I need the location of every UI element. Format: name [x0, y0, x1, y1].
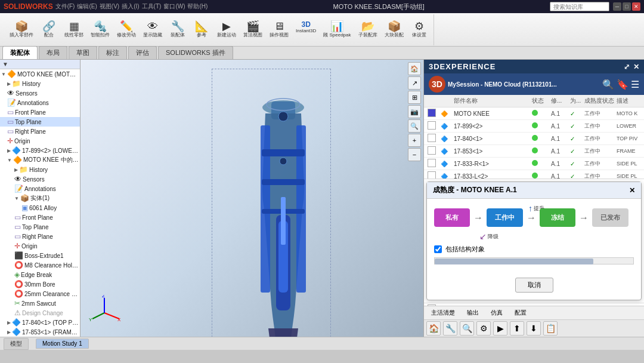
- tree-item-right-plane[interactable]: ▭ Right Plane: [0, 127, 80, 136]
- flow-node-private[interactable]: 私有: [434, 208, 470, 227]
- include-structure-checkbox[interactable]: [434, 245, 442, 253]
- instant3d-button[interactable]: 3D Instant3D: [293, 20, 318, 39]
- tree-item-moto-knee-root[interactable]: ▼ 🔶 MOTO KNEE (MOTO KNE...: [0, 69, 80, 79]
- flow-node-released[interactable]: 已发布: [592, 208, 628, 227]
- tab-solidworks-plugin[interactable]: SOLIDWORKS 插件: [158, 46, 233, 59]
- menu-window[interactable]: 窗口(W): [163, 2, 185, 11]
- tree-item-top-plane2[interactable]: ▭ Top Plane: [0, 222, 80, 232]
- close-button[interactable]: ✕: [632, 2, 640, 11]
- mate-button[interactable]: 🔗 配合: [38, 20, 60, 39]
- tree-item-m8-clearance[interactable]: ⭕ M8 Clearance Hole...: [0, 260, 80, 270]
- reference-button[interactable]: 📐 参考: [191, 20, 212, 39]
- rbt-config[interactable]: 配置: [510, 307, 531, 318]
- search-input[interactable]: [550, 2, 609, 11]
- smart-fasteners-button[interactable]: 🔩 智能扣件: [88, 20, 112, 39]
- zoom-out-button[interactable]: −: [408, 148, 421, 161]
- part-checkbox[interactable]: [428, 109, 436, 117]
- tree-item-25mm-clearance[interactable]: ⭕ 25mm Clearance h...: [0, 289, 80, 299]
- flow-scrollbar[interactable]: [434, 257, 634, 264]
- op-view-button[interactable]: 🖥 操作视图: [267, 20, 291, 39]
- rbt-main[interactable]: 主活清楚: [426, 307, 460, 318]
- home-view-button[interactable]: 🏠: [408, 62, 421, 75]
- part-checkbox[interactable]: [428, 146, 436, 155]
- part-checkbox[interactable]: [428, 134, 436, 142]
- rbt-output[interactable]: 输出: [462, 307, 484, 318]
- bookmark-icon[interactable]: 🔖: [617, 79, 628, 90]
- expand-icon[interactable]: ⤢: [624, 63, 630, 71]
- maturity-close-button[interactable]: ✕: [629, 186, 635, 195]
- clipboard-icon[interactable]: 📋: [543, 321, 558, 336]
- statusbar-tab-model[interactable]: 模型: [4, 338, 29, 350]
- tab-layout[interactable]: 布局: [39, 46, 67, 59]
- sub-assembly-button[interactable]: 📂 子装配库: [356, 20, 380, 39]
- new-motion-button[interactable]: ▶ 新建运动: [215, 20, 239, 39]
- tab-assembly[interactable]: 装配体: [2, 46, 38, 59]
- tree-item-top-plane[interactable]: ▭ Top Plane: [0, 117, 80, 127]
- part-row-17-853[interactable]: 🔷 17-853<1> A.1 ✓ 工作中 FRAME: [424, 145, 644, 158]
- part-row-17-840[interactable]: 🔷 17-840<1> A.1 ✓ 工作中 TOP PIV: [424, 133, 644, 145]
- menu-file[interactable]: 文件(F): [55, 2, 75, 11]
- tree-item-history[interactable]: ▶ 📁 History: [0, 79, 80, 88]
- tree-item-boss-extrude[interactable]: ⬛ Boss-Extrude1: [0, 251, 80, 260]
- part-checkbox[interactable]: [428, 159, 436, 167]
- tree-item-17-853[interactable]: ▶ 🔷 17-853<1> (FRAME A...: [0, 327, 80, 337]
- menu-icon[interactable]: ☰: [631, 79, 639, 90]
- insert-part-button[interactable]: 📦 插入零部件: [7, 20, 36, 39]
- tab-sketch[interactable]: 草图: [69, 46, 97, 59]
- edit-component-button[interactable]: ✏️ 修改劳动: [114, 20, 138, 39]
- tree-item-annotations2[interactable]: 📝 Annotations: [0, 184, 80, 193]
- assembly-button[interactable]: 🔧 装配体: [167, 20, 188, 39]
- part-row-17-833-l[interactable]: 🔷 17-833-L<2> A.1 ✓ 工作中 SIDE PL: [424, 170, 644, 179]
- 3dx-close-icon[interactable]: ✕: [633, 63, 639, 71]
- rotate-view-button[interactable]: ↗: [408, 76, 421, 90]
- play-icon[interactable]: ▶: [493, 321, 507, 336]
- menu-tools[interactable]: 工具(T): [142, 2, 162, 11]
- flow-node-working[interactable]: 工作中: [487, 208, 523, 227]
- maximize-button[interactable]: □: [623, 2, 631, 11]
- wrench-icon[interactable]: 🔧: [443, 321, 457, 336]
- linear-pattern-button[interactable]: ▦ 线性零部: [62, 20, 86, 39]
- camera-button[interactable]: 📷: [408, 105, 421, 118]
- menu-insert[interactable]: 插入(I): [122, 2, 139, 11]
- tree-item-annotations[interactable]: 📝 Annotations: [0, 98, 80, 107]
- algo-view-button[interactable]: 🎬 算法视图: [241, 20, 265, 39]
- search-icon2[interactable]: 🔍: [460, 321, 474, 336]
- tab-evaluate[interactable]: 评估: [128, 46, 157, 59]
- menu-help[interactable]: 帮助(H): [187, 2, 208, 11]
- tree-item-right-plane2[interactable]: ▭ Right Plane: [0, 232, 80, 241]
- tree-item-design-change[interactable]: ⚠ Design Change: [0, 308, 80, 318]
- tree-item-17-840[interactable]: ▶ 🔷 17-840<1> (TOP PIVC...: [0, 318, 80, 327]
- menu-view[interactable]: 视图(V): [100, 2, 119, 11]
- tab-annotation[interactable]: 标注: [98, 46, 127, 59]
- tree-item-edge-break[interactable]: ◈ Edge Break: [0, 270, 80, 279]
- statusbar-tab-motion[interactable]: Motion Study 1: [36, 339, 89, 349]
- tree-item-history2[interactable]: ▶ 📁 History: [0, 165, 80, 174]
- tree-item-2mm-sawcut[interactable]: ✂ 2mm Sawcut: [0, 299, 80, 308]
- tree-item-17-899[interactable]: ▶ 🔷 17-899<2> (LOWER B...: [0, 146, 80, 155]
- show-hide-button[interactable]: 👁 显示隐藏: [141, 20, 165, 39]
- speedpak-button[interactable]: 📊 顾 Speedpak: [321, 20, 353, 39]
- tree-item-front-plane2[interactable]: ▭ Front Plane: [0, 213, 80, 222]
- part-row-moto-knee[interactable]: 🔶 MOTO KNEE A.1 ✓ 工作中 MOTO K: [424, 107, 644, 120]
- gear-icon[interactable]: ⚙: [476, 321, 491, 336]
- view-selector-button[interactable]: ⊞: [408, 91, 421, 104]
- minimize-button[interactable]: ─: [613, 2, 621, 11]
- tree-item-6061-alloy[interactable]: ▣ 6061 Alloy: [0, 203, 80, 213]
- cancel-button[interactable]: 取消: [515, 278, 553, 293]
- tree-item-solid-body[interactable]: ▼ 📦 实体(1): [0, 193, 80, 203]
- body-settings-button[interactable]: ⚙ 体设置: [408, 20, 430, 39]
- menu-edit[interactable]: 编辑(E): [77, 2, 97, 11]
- down-icon[interactable]: ⬇: [527, 321, 541, 336]
- tree-item-30mm-bore[interactable]: ⭕ 30mm Bore: [0, 279, 80, 289]
- part-row-17-899[interactable]: 🔷 17-899<2> A.1 ✓ 工作中 LOWER: [424, 120, 644, 133]
- rbt-simulation[interactable]: 仿真: [486, 307, 507, 318]
- zoom-fit-button[interactable]: 🔍: [408, 119, 421, 133]
- 3d-viewport[interactable]: 🏠 ↗ ⊞ 📷 🔍 + − X Y Z: [80, 60, 423, 337]
- zoom-in-button[interactable]: +: [408, 134, 421, 147]
- up-icon[interactable]: ⬆: [510, 321, 524, 336]
- tree-item-origin2[interactable]: ✛ Origin: [0, 241, 80, 251]
- part-checkbox[interactable]: [428, 171, 436, 179]
- flow-node-frozen[interactable]: 冻结: [540, 208, 575, 227]
- part-checkbox[interactable]: [428, 121, 436, 130]
- home-icon[interactable]: 🏠: [426, 321, 441, 336]
